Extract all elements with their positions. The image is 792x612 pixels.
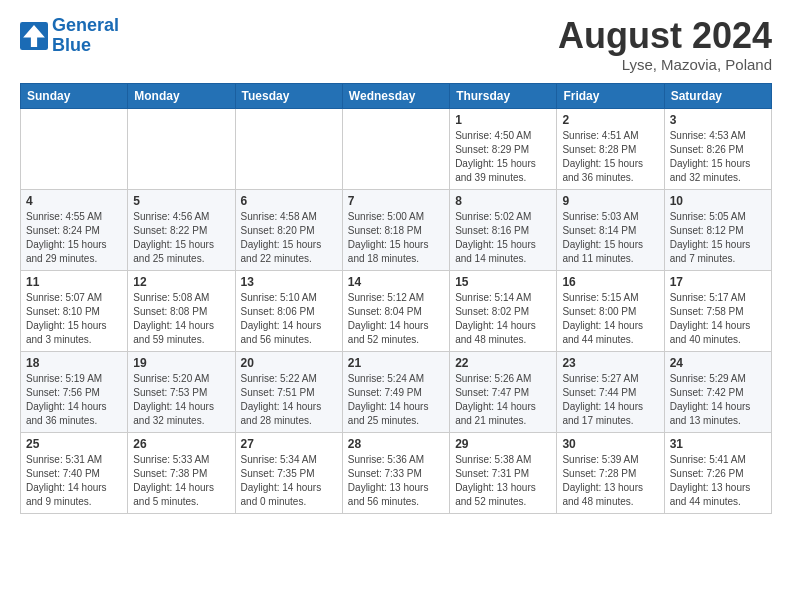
day-info: Sunrise: 5:00 AM Sunset: 8:18 PM Dayligh… bbox=[348, 210, 444, 266]
day-info: Sunrise: 5:07 AM Sunset: 8:10 PM Dayligh… bbox=[26, 291, 122, 347]
logo-text: General Blue bbox=[52, 16, 119, 56]
day-info: Sunrise: 5:41 AM Sunset: 7:26 PM Dayligh… bbox=[670, 453, 766, 509]
day-info: Sunrise: 5:39 AM Sunset: 7:28 PM Dayligh… bbox=[562, 453, 658, 509]
day-info: Sunrise: 5:19 AM Sunset: 7:56 PM Dayligh… bbox=[26, 372, 122, 428]
header: General Blue August 2024 Lyse, Mazovia, … bbox=[20, 16, 772, 73]
day-info: Sunrise: 5:15 AM Sunset: 8:00 PM Dayligh… bbox=[562, 291, 658, 347]
calendar-cell: 14Sunrise: 5:12 AM Sunset: 8:04 PM Dayli… bbox=[342, 270, 449, 351]
day-number: 25 bbox=[26, 437, 122, 451]
day-number: 21 bbox=[348, 356, 444, 370]
day-number: 9 bbox=[562, 194, 658, 208]
day-info: Sunrise: 5:05 AM Sunset: 8:12 PM Dayligh… bbox=[670, 210, 766, 266]
day-number: 8 bbox=[455, 194, 551, 208]
calendar-cell: 30Sunrise: 5:39 AM Sunset: 7:28 PM Dayli… bbox=[557, 432, 664, 513]
calendar-cell: 8Sunrise: 5:02 AM Sunset: 8:16 PM Daylig… bbox=[450, 189, 557, 270]
calendar-week-5: 25Sunrise: 5:31 AM Sunset: 7:40 PM Dayli… bbox=[21, 432, 772, 513]
day-number: 23 bbox=[562, 356, 658, 370]
col-friday: Friday bbox=[557, 83, 664, 108]
day-info: Sunrise: 5:14 AM Sunset: 8:02 PM Dayligh… bbox=[455, 291, 551, 347]
calendar-cell: 1Sunrise: 4:50 AM Sunset: 8:29 PM Daylig… bbox=[450, 108, 557, 189]
calendar-cell: 19Sunrise: 5:20 AM Sunset: 7:53 PM Dayli… bbox=[128, 351, 235, 432]
calendar-subtitle: Lyse, Mazovia, Poland bbox=[558, 56, 772, 73]
calendar-cell: 18Sunrise: 5:19 AM Sunset: 7:56 PM Dayli… bbox=[21, 351, 128, 432]
col-wednesday: Wednesday bbox=[342, 83, 449, 108]
day-number: 31 bbox=[670, 437, 766, 451]
day-number: 6 bbox=[241, 194, 337, 208]
day-number: 4 bbox=[26, 194, 122, 208]
day-number: 3 bbox=[670, 113, 766, 127]
day-number: 14 bbox=[348, 275, 444, 289]
calendar-week-1: 1Sunrise: 4:50 AM Sunset: 8:29 PM Daylig… bbox=[21, 108, 772, 189]
day-info: Sunrise: 5:27 AM Sunset: 7:44 PM Dayligh… bbox=[562, 372, 658, 428]
day-number: 7 bbox=[348, 194, 444, 208]
col-monday: Monday bbox=[128, 83, 235, 108]
calendar-week-3: 11Sunrise: 5:07 AM Sunset: 8:10 PM Dayli… bbox=[21, 270, 772, 351]
calendar-cell: 27Sunrise: 5:34 AM Sunset: 7:35 PM Dayli… bbox=[235, 432, 342, 513]
calendar-cell: 6Sunrise: 4:58 AM Sunset: 8:20 PM Daylig… bbox=[235, 189, 342, 270]
day-info: Sunrise: 5:20 AM Sunset: 7:53 PM Dayligh… bbox=[133, 372, 229, 428]
day-info: Sunrise: 4:55 AM Sunset: 8:24 PM Dayligh… bbox=[26, 210, 122, 266]
calendar-cell bbox=[342, 108, 449, 189]
calendar-cell: 29Sunrise: 5:38 AM Sunset: 7:31 PM Dayli… bbox=[450, 432, 557, 513]
page: General Blue August 2024 Lyse, Mazovia, … bbox=[0, 0, 792, 612]
calendar-cell: 22Sunrise: 5:26 AM Sunset: 7:47 PM Dayli… bbox=[450, 351, 557, 432]
col-thursday: Thursday bbox=[450, 83, 557, 108]
calendar-cell: 2Sunrise: 4:51 AM Sunset: 8:28 PM Daylig… bbox=[557, 108, 664, 189]
col-saturday: Saturday bbox=[664, 83, 771, 108]
calendar-cell: 21Sunrise: 5:24 AM Sunset: 7:49 PM Dayli… bbox=[342, 351, 449, 432]
day-number: 19 bbox=[133, 356, 229, 370]
day-number: 11 bbox=[26, 275, 122, 289]
day-info: Sunrise: 5:31 AM Sunset: 7:40 PM Dayligh… bbox=[26, 453, 122, 509]
day-number: 28 bbox=[348, 437, 444, 451]
calendar-cell: 24Sunrise: 5:29 AM Sunset: 7:42 PM Dayli… bbox=[664, 351, 771, 432]
day-info: Sunrise: 5:17 AM Sunset: 7:58 PM Dayligh… bbox=[670, 291, 766, 347]
day-number: 22 bbox=[455, 356, 551, 370]
day-number: 17 bbox=[670, 275, 766, 289]
calendar-cell: 9Sunrise: 5:03 AM Sunset: 8:14 PM Daylig… bbox=[557, 189, 664, 270]
calendar-cell bbox=[128, 108, 235, 189]
calendar-cell: 4Sunrise: 4:55 AM Sunset: 8:24 PM Daylig… bbox=[21, 189, 128, 270]
col-tuesday: Tuesday bbox=[235, 83, 342, 108]
day-number: 16 bbox=[562, 275, 658, 289]
calendar-title: August 2024 bbox=[558, 16, 772, 56]
calendar-cell: 10Sunrise: 5:05 AM Sunset: 8:12 PM Dayli… bbox=[664, 189, 771, 270]
calendar-cell: 3Sunrise: 4:53 AM Sunset: 8:26 PM Daylig… bbox=[664, 108, 771, 189]
calendar-cell bbox=[235, 108, 342, 189]
day-info: Sunrise: 5:12 AM Sunset: 8:04 PM Dayligh… bbox=[348, 291, 444, 347]
day-info: Sunrise: 5:22 AM Sunset: 7:51 PM Dayligh… bbox=[241, 372, 337, 428]
calendar-cell: 25Sunrise: 5:31 AM Sunset: 7:40 PM Dayli… bbox=[21, 432, 128, 513]
calendar-cell: 5Sunrise: 4:56 AM Sunset: 8:22 PM Daylig… bbox=[128, 189, 235, 270]
day-info: Sunrise: 5:34 AM Sunset: 7:35 PM Dayligh… bbox=[241, 453, 337, 509]
calendar-cell: 17Sunrise: 5:17 AM Sunset: 7:58 PM Dayli… bbox=[664, 270, 771, 351]
calendar-week-4: 18Sunrise: 5:19 AM Sunset: 7:56 PM Dayli… bbox=[21, 351, 772, 432]
calendar-table: Sunday Monday Tuesday Wednesday Thursday… bbox=[20, 83, 772, 514]
logo-icon bbox=[20, 22, 48, 50]
calendar-cell: 26Sunrise: 5:33 AM Sunset: 7:38 PM Dayli… bbox=[128, 432, 235, 513]
calendar-cell: 23Sunrise: 5:27 AM Sunset: 7:44 PM Dayli… bbox=[557, 351, 664, 432]
day-info: Sunrise: 5:33 AM Sunset: 7:38 PM Dayligh… bbox=[133, 453, 229, 509]
day-info: Sunrise: 5:24 AM Sunset: 7:49 PM Dayligh… bbox=[348, 372, 444, 428]
calendar-cell bbox=[21, 108, 128, 189]
calendar-cell: 28Sunrise: 5:36 AM Sunset: 7:33 PM Dayli… bbox=[342, 432, 449, 513]
day-number: 12 bbox=[133, 275, 229, 289]
day-number: 30 bbox=[562, 437, 658, 451]
day-info: Sunrise: 4:53 AM Sunset: 8:26 PM Dayligh… bbox=[670, 129, 766, 185]
calendar-week-2: 4Sunrise: 4:55 AM Sunset: 8:24 PM Daylig… bbox=[21, 189, 772, 270]
day-number: 10 bbox=[670, 194, 766, 208]
day-number: 15 bbox=[455, 275, 551, 289]
day-number: 20 bbox=[241, 356, 337, 370]
day-number: 26 bbox=[133, 437, 229, 451]
calendar-cell: 16Sunrise: 5:15 AM Sunset: 8:00 PM Dayli… bbox=[557, 270, 664, 351]
calendar-cell: 15Sunrise: 5:14 AM Sunset: 8:02 PM Dayli… bbox=[450, 270, 557, 351]
day-number: 29 bbox=[455, 437, 551, 451]
day-info: Sunrise: 4:56 AM Sunset: 8:22 PM Dayligh… bbox=[133, 210, 229, 266]
day-number: 2 bbox=[562, 113, 658, 127]
calendar-cell: 13Sunrise: 5:10 AM Sunset: 8:06 PM Dayli… bbox=[235, 270, 342, 351]
calendar-cell: 12Sunrise: 5:08 AM Sunset: 8:08 PM Dayli… bbox=[128, 270, 235, 351]
day-info: Sunrise: 5:02 AM Sunset: 8:16 PM Dayligh… bbox=[455, 210, 551, 266]
day-info: Sunrise: 5:38 AM Sunset: 7:31 PM Dayligh… bbox=[455, 453, 551, 509]
day-info: Sunrise: 5:29 AM Sunset: 7:42 PM Dayligh… bbox=[670, 372, 766, 428]
day-info: Sunrise: 4:50 AM Sunset: 8:29 PM Dayligh… bbox=[455, 129, 551, 185]
day-info: Sunrise: 5:26 AM Sunset: 7:47 PM Dayligh… bbox=[455, 372, 551, 428]
day-number: 24 bbox=[670, 356, 766, 370]
